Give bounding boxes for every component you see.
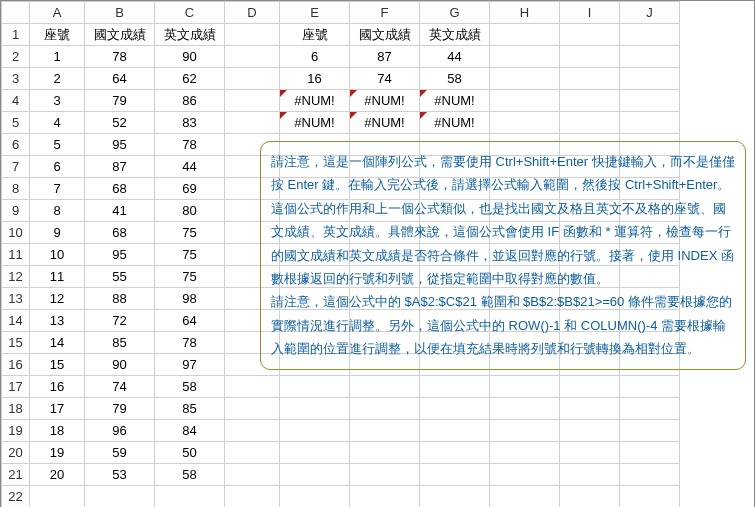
row-hdr[interactable]: 14 [2, 310, 30, 332]
row-hdr[interactable]: 11 [2, 244, 30, 266]
cell-J2[interactable] [620, 46, 680, 68]
cell-I1[interactable] [560, 24, 620, 46]
cell-A22[interactable] [30, 486, 85, 508]
cell-A2[interactable]: 1 [30, 46, 85, 68]
cell-I4[interactable] [560, 90, 620, 112]
cell-E5[interactable]: #NUM! [280, 112, 350, 134]
cell-C17[interactable]: 58 [155, 376, 225, 398]
cell-C19[interactable]: 84 [155, 420, 225, 442]
cell-A21[interactable]: 20 [30, 464, 85, 486]
row-hdr[interactable]: 8 [2, 178, 30, 200]
cell-B4[interactable]: 79 [85, 90, 155, 112]
cell-G5[interactable]: #NUM! [420, 112, 490, 134]
cell-D20[interactable] [225, 442, 280, 464]
cell-H18[interactable] [490, 398, 560, 420]
row-hdr[interactable]: 12 [2, 266, 30, 288]
cell-G4[interactable]: #NUM! [420, 90, 490, 112]
cell-A9[interactable]: 8 [30, 200, 85, 222]
col-hdr-G[interactable]: G [420, 2, 490, 24]
cell-C21[interactable]: 58 [155, 464, 225, 486]
row-hdr[interactable]: 19 [2, 420, 30, 442]
cell-A12[interactable]: 11 [30, 266, 85, 288]
cell-F2[interactable]: 87 [350, 46, 420, 68]
cell-F18[interactable] [350, 398, 420, 420]
row-hdr[interactable]: 20 [2, 442, 30, 464]
cell-J4[interactable] [620, 90, 680, 112]
cell-C11[interactable]: 75 [155, 244, 225, 266]
cell-A14[interactable]: 13 [30, 310, 85, 332]
cell-D4[interactable] [225, 90, 280, 112]
cell-G22[interactable] [420, 486, 490, 508]
cell-A1[interactable]: 座號 [30, 24, 85, 46]
row-hdr[interactable]: 13 [2, 288, 30, 310]
cell-D2[interactable] [225, 46, 280, 68]
col-hdr-I[interactable]: I [560, 2, 620, 24]
cell-F4[interactable]: #NUM! [350, 90, 420, 112]
cell-H5[interactable] [490, 112, 560, 134]
cell-B20[interactable]: 59 [85, 442, 155, 464]
cell-C15[interactable]: 78 [155, 332, 225, 354]
cell-J3[interactable] [620, 68, 680, 90]
cell-C9[interactable]: 80 [155, 200, 225, 222]
row-hdr[interactable]: 7 [2, 156, 30, 178]
row-hdr[interactable]: 17 [2, 376, 30, 398]
col-hdr-C[interactable]: C [155, 2, 225, 24]
cell-I17[interactable] [560, 376, 620, 398]
cell-B10[interactable]: 68 [85, 222, 155, 244]
cell-I2[interactable] [560, 46, 620, 68]
cell-F3[interactable]: 74 [350, 68, 420, 90]
cell-I22[interactable] [560, 486, 620, 508]
cell-I21[interactable] [560, 464, 620, 486]
row-hdr[interactable]: 2 [2, 46, 30, 68]
cell-F20[interactable] [350, 442, 420, 464]
cell-A6[interactable]: 5 [30, 134, 85, 156]
cell-J22[interactable] [620, 486, 680, 508]
cell-J1[interactable] [620, 24, 680, 46]
row-hdr[interactable]: 18 [2, 398, 30, 420]
cell-J17[interactable] [620, 376, 680, 398]
cell-A11[interactable]: 10 [30, 244, 85, 266]
cell-A3[interactable]: 2 [30, 68, 85, 90]
cell-B8[interactable]: 68 [85, 178, 155, 200]
cell-F5[interactable]: #NUM! [350, 112, 420, 134]
col-hdr-D[interactable]: D [225, 2, 280, 24]
cell-A19[interactable]: 18 [30, 420, 85, 442]
row-hdr[interactable]: 3 [2, 68, 30, 90]
cell-F17[interactable] [350, 376, 420, 398]
cell-B18[interactable]: 79 [85, 398, 155, 420]
cell-G1[interactable]: 英文成績 [420, 24, 490, 46]
col-hdr-H[interactable]: H [490, 2, 560, 24]
cell-J18[interactable] [620, 398, 680, 420]
cell-F21[interactable] [350, 464, 420, 486]
cell-C6[interactable]: 78 [155, 134, 225, 156]
row-hdr[interactable]: 16 [2, 354, 30, 376]
cell-A8[interactable]: 7 [30, 178, 85, 200]
cell-C13[interactable]: 98 [155, 288, 225, 310]
cell-C2[interactable]: 90 [155, 46, 225, 68]
cell-B7[interactable]: 87 [85, 156, 155, 178]
cell-A7[interactable]: 6 [30, 156, 85, 178]
cell-D21[interactable] [225, 464, 280, 486]
cell-A13[interactable]: 12 [30, 288, 85, 310]
cell-E3[interactable]: 16 [280, 68, 350, 90]
cell-C12[interactable]: 75 [155, 266, 225, 288]
cell-B2[interactable]: 78 [85, 46, 155, 68]
cell-C3[interactable]: 62 [155, 68, 225, 90]
cell-D5[interactable] [225, 112, 280, 134]
cell-B22[interactable] [85, 486, 155, 508]
col-hdr-B[interactable]: B [85, 2, 155, 24]
cell-A10[interactable]: 9 [30, 222, 85, 244]
cell-B15[interactable]: 85 [85, 332, 155, 354]
cell-F1[interactable]: 國文成績 [350, 24, 420, 46]
row-hdr[interactable]: 22 [2, 486, 30, 508]
cell-C22[interactable] [155, 486, 225, 508]
cell-B16[interactable]: 90 [85, 354, 155, 376]
cell-H17[interactable] [490, 376, 560, 398]
cell-G18[interactable] [420, 398, 490, 420]
cell-G21[interactable] [420, 464, 490, 486]
cell-D18[interactable] [225, 398, 280, 420]
cell-E19[interactable] [280, 420, 350, 442]
cell-B14[interactable]: 72 [85, 310, 155, 332]
cell-D22[interactable] [225, 486, 280, 508]
cell-A16[interactable]: 15 [30, 354, 85, 376]
